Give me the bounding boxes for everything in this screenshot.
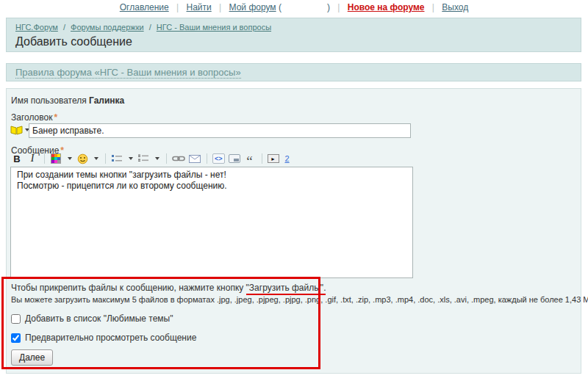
top-nav: Оглавление | Найти | Мой форум () | Ново… — [0, 2, 588, 12]
insert-video-button[interactable]: ► — [268, 152, 279, 165]
forum-rules-link[interactable]: Правила форума «НГС - Ваши мнения и вопр… — [15, 67, 241, 79]
mail-icon — [189, 155, 201, 163]
favorites-checkbox[interactable] — [11, 314, 21, 324]
subject-label-line: Заголовок* — [11, 112, 57, 123]
page-title: Добавить сообщение — [15, 35, 572, 48]
nav-separator: | — [176, 2, 179, 12]
dropdown-arrow-icon[interactable] — [68, 157, 72, 160]
message-textarea[interactable]: При создании темы кнопки "загрузить файл… — [10, 167, 413, 278]
toolbar-divider — [262, 153, 262, 164]
image-icon — [229, 154, 240, 163]
insert-image-button[interactable] — [229, 152, 240, 165]
color-palette-icon — [51, 153, 61, 164]
book-icon — [10, 125, 23, 135]
my-forum-paren-close: ) — [327, 2, 330, 12]
link-icon — [172, 154, 185, 163]
quote-icon: “ — [246, 158, 252, 165]
numbered-list-button[interactable] — [137, 152, 149, 165]
numbered-list-icon — [137, 154, 149, 163]
nav-link-search[interactable]: Найти — [187, 2, 212, 12]
dropdown-arrow-icon[interactable] — [155, 157, 159, 160]
toolbar-divider — [105, 153, 106, 164]
dropdown-arrow-icon[interactable] — [94, 157, 98, 160]
bullet-list-icon — [111, 154, 123, 163]
my-forum-paren-open: ( — [279, 2, 282, 12]
upload-limits-text: Вы можете загрузить максимум 5 файлов в … — [11, 295, 588, 304]
toolbar-divider — [44, 153, 45, 164]
breadcrumb-link-forum[interactable]: НГС.Форум — [15, 23, 58, 32]
nav-link-new-on-forum[interactable]: Новое на форуме — [348, 2, 425, 12]
attach-hint-text: Чтобы прикрепить файлы к сообщению, нажм… — [11, 283, 246, 293]
code-icon: <> — [212, 153, 225, 164]
nav-link-logout[interactable]: Выход — [442, 2, 468, 12]
preview-checkbox[interactable] — [11, 333, 21, 343]
breadcrumb-link-current-forum[interactable]: НГС - Ваши мнения и вопросы — [157, 23, 271, 32]
header-box: НГС.Форум / Форумы поддержки / НГС - Ваш… — [6, 18, 581, 52]
toolbar-divider — [166, 153, 167, 164]
breadcrumb: НГС.Форум / Форумы поддержки / НГС - Ваш… — [15, 23, 572, 32]
username-value: Галинка — [89, 95, 124, 106]
username-line: Имя пользователя Галинка — [11, 95, 124, 106]
required-asterisk: * — [54, 112, 57, 123]
toolbar-divider — [207, 153, 207, 164]
smiley-icon — [77, 153, 88, 164]
nav-link-toc[interactable]: Оглавление — [120, 2, 169, 12]
italic-button[interactable]: I — [26, 152, 38, 165]
smiley-button[interactable] — [76, 152, 88, 165]
video-play-icon: ► — [268, 154, 279, 163]
nav-link-my-forum[interactable]: Мой форум — [229, 2, 276, 12]
page: Оглавление | Найти | Мой форум () | Ново… — [0, 0, 588, 381]
editor-toolbar: B I — [11, 151, 290, 166]
bold-button[interactable]: B — [11, 152, 23, 165]
font-color-button[interactable] — [50, 152, 62, 165]
insert-link-button[interactable] — [172, 152, 185, 165]
breadcrumb-separator: / — [63, 23, 65, 32]
next-button[interactable]: Далее — [11, 349, 53, 366]
subject-input[interactable] — [29, 123, 411, 138]
video-help-link[interactable]: 2 — [285, 154, 290, 163]
upload-files-reference: "Загрузить файлы". — [246, 283, 326, 295]
dropdown-arrow-icon[interactable] — [129, 157, 133, 160]
breadcrumb-link-support-forums[interactable]: Форумы поддержки — [71, 23, 144, 32]
nav-separator: | — [337, 2, 340, 12]
preview-checkbox-row: Предварительно просмотреть сообщение — [11, 333, 196, 343]
attach-hint: Чтобы прикрепить файлы к сообщению, нажм… — [11, 283, 326, 293]
bullet-list-button[interactable] — [111, 152, 123, 165]
nav-separator: | — [432, 2, 434, 12]
subject-label: Заголовок — [11, 112, 52, 123]
breadcrumb-separator: / — [149, 23, 151, 32]
rules-band: Правила форума «НГС - Ваши мнения и вопр… — [6, 63, 581, 81]
username-label: Имя пользователя — [11, 95, 87, 106]
new-message-form: Имя пользователя Галинка Заголовок* Сооб… — [6, 88, 581, 374]
insert-email-button[interactable] — [189, 152, 201, 165]
insert-code-button[interactable]: <> — [212, 152, 225, 165]
nav-separator: | — [219, 2, 221, 12]
preview-checkbox-label: Предварительно просмотреть сообщение — [25, 333, 196, 343]
favorites-checkbox-row: Добавить в список "Любимые темы" — [11, 313, 173, 324]
quote-button[interactable]: “ — [244, 152, 256, 165]
favorites-checkbox-label: Добавить в список "Любимые темы" — [25, 313, 173, 324]
